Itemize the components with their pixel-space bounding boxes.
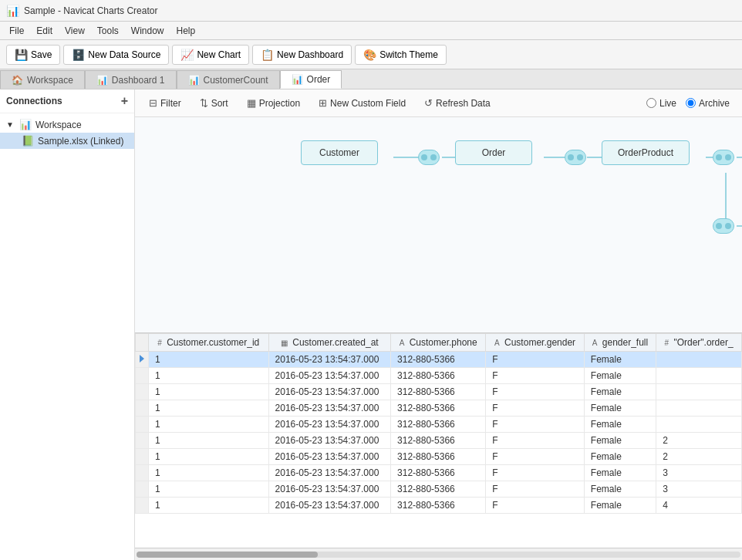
expand-icon: ▼ — [6, 120, 14, 129]
col-header-phone[interactable]: A Customer.phone — [391, 333, 486, 351]
titlebar: 📊 Sample - Navicat Charts Creator — [0, 0, 742, 22]
live-radio-label[interactable]: Live — [646, 98, 676, 109]
cell-gender: F — [486, 464, 584, 481]
customercount-tab-icon: 📊 — [188, 75, 200, 86]
menu-help[interactable]: Help — [170, 24, 202, 38]
radio-group: Live Archive — [646, 98, 736, 109]
menu-window[interactable]: Window — [125, 24, 170, 38]
row-indicator — [136, 416, 149, 432]
connector-1[interactable] — [418, 150, 440, 165]
table-body: 12016-05-23 13:54:37.000312-880-5366FFem… — [136, 351, 742, 513]
cell-gender_full: Female — [584, 497, 656, 513]
filter-icon: ⊟ — [149, 97, 157, 109]
save-icon: 💾 — [15, 49, 28, 61]
cell-phone: 312-880-5366 — [391, 448, 486, 464]
table-header-row: # Customer.customer_id ▦ Customer.create… — [136, 333, 742, 351]
cell-created_at: 2016-05-23 13:54:37.000 — [268, 400, 391, 416]
sidebar-item-workspace[interactable]: ▼ 📊 Workspace — [0, 116, 134, 133]
sort-button[interactable]: ⇅ Sort — [192, 95, 236, 111]
excel-icon: 📗 — [22, 135, 34, 147]
cell-customer_id: 1 — [149, 481, 269, 497]
tab-order[interactable]: 📊 Order — [280, 70, 342, 89]
dashboard1-tab-icon: 📊 — [96, 75, 108, 86]
archive-radio[interactable] — [686, 98, 696, 108]
filter-button[interactable]: ⊟ Filter — [141, 95, 189, 111]
cell-order_id: 3 — [656, 481, 742, 497]
window-title: Sample - Navicat Charts Creator — [24, 5, 157, 16]
cell-customer_id: 1 — [149, 448, 269, 464]
sidebar-section: ▼ 📊 Workspace 📗 Sample.xlsx (Linked) — [0, 113, 134, 152]
node-order[interactable]: Order — [455, 140, 532, 165]
table-row: 12016-05-23 13:54:37.000312-880-5366FFem… — [136, 367, 742, 383]
new-dashboard-button[interactable]: 📋 New Dashboard — [252, 45, 352, 65]
menu-file[interactable]: File — [3, 24, 30, 38]
sidebar: Connections + ▼ 📊 Workspace 📗 Sample.xls… — [0, 89, 135, 560]
node-orderproduct[interactable]: OrderProduct — [602, 140, 690, 165]
refresh-data-button[interactable]: ↺ Refresh Data — [417, 95, 498, 111]
cell-created_at: 2016-05-23 13:54:37.000 — [268, 448, 391, 464]
projection-button[interactable]: ▦ Projection — [239, 95, 308, 111]
workspace-tab-icon: 🏠 — [12, 75, 23, 86]
new-custom-field-button[interactable]: ⊞ New Custom Field — [311, 95, 413, 111]
table-row: 12016-05-23 13:54:37.000312-880-5366FFem… — [136, 497, 742, 513]
tab-customercount[interactable]: 📊 CustomerCount — [177, 70, 280, 89]
row-number-header — [136, 333, 149, 351]
cell-created_at: 2016-05-23 13:54:37.000 — [268, 497, 391, 513]
dashboard-icon: 📋 — [261, 49, 274, 61]
connector-4[interactable] — [713, 218, 734, 234]
switch-theme-button[interactable]: 🎨 Switch Theme — [355, 45, 447, 65]
cell-created_at: 2016-05-23 13:54:37.000 — [268, 481, 391, 497]
table-area[interactable]: # Customer.customer_id ▦ Customer.create… — [135, 332, 742, 548]
table-row: 12016-05-23 13:54:37.000312-880-5366FFem… — [136, 481, 742, 497]
cell-created_at: 2016-05-23 13:54:37.000 — [268, 367, 391, 383]
archive-radio-label[interactable]: Archive — [686, 98, 730, 109]
new-datasource-button[interactable]: 🗄️ New Data Source — [63, 45, 169, 65]
col-header-created-at[interactable]: ▦ Customer.created_at — [268, 333, 391, 351]
table-row: 12016-05-23 13:54:37.000312-880-5366FFem… — [136, 351, 742, 367]
col-header-gender[interactable]: A Customer.gender — [486, 333, 584, 351]
menu-view[interactable]: View — [59, 24, 91, 38]
cell-gender_full: Female — [584, 448, 656, 464]
row-indicator — [136, 383, 149, 400]
node-customer[interactable]: Customer — [301, 140, 378, 165]
cell-gender: F — [486, 497, 584, 513]
scrollbar-thumb[interactable] — [137, 552, 318, 558]
sub-toolbar: ⊟ Filter ⇅ Sort ▦ Projection ⊞ New Custo… — [135, 89, 742, 117]
cell-order_id — [656, 351, 742, 367]
tab-workspace[interactable]: 🏠 Workspace — [0, 70, 85, 89]
cell-gender: F — [486, 351, 584, 367]
menu-edit[interactable]: Edit — [30, 24, 59, 38]
tab-dashboard1[interactable]: 📊 Dashboard 1 — [85, 70, 177, 89]
col-header-gender-full[interactable]: A gender_full — [584, 333, 656, 351]
save-button[interactable]: 💾 Save — [6, 45, 60, 65]
cell-order_id: 2 — [656, 432, 742, 448]
table-row: 12016-05-23 13:54:37.000312-880-5366FFem… — [136, 448, 742, 464]
cell-gender_full: Female — [584, 464, 656, 481]
menu-tools[interactable]: Tools — [91, 24, 125, 38]
cell-gender: F — [486, 448, 584, 464]
tabbar: 🏠 Workspace 📊 Dashboard 1 📊 CustomerCoun… — [0, 69, 742, 89]
cell-gender_full: Female — [584, 481, 656, 497]
table-row: 12016-05-23 13:54:37.000312-880-5366FFem… — [136, 383, 742, 400]
scrollbar-track[interactable] — [137, 552, 740, 558]
cell-gender: F — [486, 416, 584, 432]
connector-2[interactable] — [565, 150, 586, 165]
sidebar-add-icon[interactable]: + — [121, 94, 128, 108]
row-indicator — [136, 367, 149, 383]
new-chart-button[interactable]: 📈 New Chart — [172, 45, 249, 65]
cell-gender: F — [486, 432, 584, 448]
horizontal-scrollbar[interactable] — [135, 548, 742, 560]
col-header-order-id[interactable]: # "Order".order_ — [656, 333, 742, 351]
sidebar-item-sample-xlsx[interactable]: 📗 Sample.xlsx (Linked) — [0, 133, 134, 149]
datasource-icon: 🗄️ — [72, 49, 85, 61]
menubar: File Edit View Tools Window Help — [0, 22, 742, 40]
row-indicator — [136, 432, 149, 448]
row-indicator — [136, 481, 149, 497]
live-radio[interactable] — [646, 98, 656, 108]
cell-customer_id: 1 — [149, 383, 269, 400]
cell-order_id — [656, 400, 742, 416]
data-table: # Customer.customer_id ▦ Customer.create… — [135, 333, 742, 514]
col-header-customer-id[interactable]: # Customer.customer_id — [149, 333, 269, 351]
table-row: 12016-05-23 13:54:37.000312-880-5366FFem… — [136, 464, 742, 481]
connector-3[interactable] — [713, 150, 734, 165]
